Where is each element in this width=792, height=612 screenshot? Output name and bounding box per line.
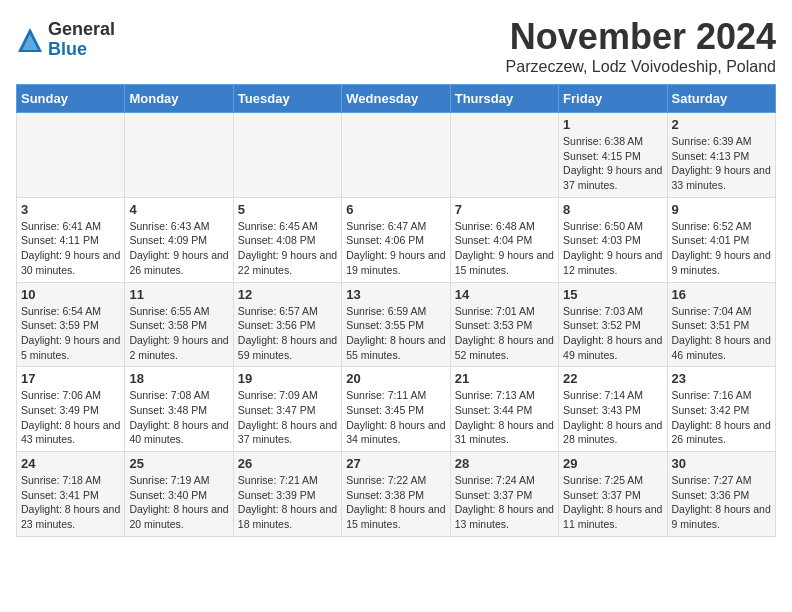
day-cell: 22Sunrise: 7:14 AM Sunset: 3:43 PM Dayli… [559,367,667,452]
day-cell: 20Sunrise: 7:11 AM Sunset: 3:45 PM Dayli… [342,367,450,452]
day-cell: 8Sunrise: 6:50 AM Sunset: 4:03 PM Daylig… [559,197,667,282]
day-number: 28 [455,456,554,471]
day-info: Sunrise: 7:11 AM Sunset: 3:45 PM Dayligh… [346,388,445,447]
header-sunday: Sunday [17,85,125,113]
location-subtitle: Parzeczew, Lodz Voivodeship, Poland [506,58,776,76]
day-number: 19 [238,371,337,386]
day-cell: 1Sunrise: 6:38 AM Sunset: 4:15 PM Daylig… [559,113,667,198]
day-info: Sunrise: 6:38 AM Sunset: 4:15 PM Dayligh… [563,134,662,193]
day-cell: 14Sunrise: 7:01 AM Sunset: 3:53 PM Dayli… [450,282,558,367]
day-info: Sunrise: 6:41 AM Sunset: 4:11 PM Dayligh… [21,219,120,278]
month-title: November 2024 [506,16,776,58]
day-cell: 13Sunrise: 6:59 AM Sunset: 3:55 PM Dayli… [342,282,450,367]
week-row-3: 10Sunrise: 6:54 AM Sunset: 3:59 PM Dayli… [17,282,776,367]
day-number: 18 [129,371,228,386]
day-cell: 21Sunrise: 7:13 AM Sunset: 3:44 PM Dayli… [450,367,558,452]
day-number: 29 [563,456,662,471]
day-cell: 17Sunrise: 7:06 AM Sunset: 3:49 PM Dayli… [17,367,125,452]
day-cell: 24Sunrise: 7:18 AM Sunset: 3:41 PM Dayli… [17,452,125,537]
day-info: Sunrise: 7:21 AM Sunset: 3:39 PM Dayligh… [238,473,337,532]
day-cell: 12Sunrise: 6:57 AM Sunset: 3:56 PM Dayli… [233,282,341,367]
day-cell: 5Sunrise: 6:45 AM Sunset: 4:08 PM Daylig… [233,197,341,282]
day-info: Sunrise: 7:25 AM Sunset: 3:37 PM Dayligh… [563,473,662,532]
day-info: Sunrise: 6:55 AM Sunset: 3:58 PM Dayligh… [129,304,228,363]
day-number: 26 [238,456,337,471]
day-cell: 28Sunrise: 7:24 AM Sunset: 3:37 PM Dayli… [450,452,558,537]
day-cell: 29Sunrise: 7:25 AM Sunset: 3:37 PM Dayli… [559,452,667,537]
day-number: 22 [563,371,662,386]
day-info: Sunrise: 7:18 AM Sunset: 3:41 PM Dayligh… [21,473,120,532]
day-cell: 7Sunrise: 6:48 AM Sunset: 4:04 PM Daylig… [450,197,558,282]
day-cell: 30Sunrise: 7:27 AM Sunset: 3:36 PM Dayli… [667,452,775,537]
day-info: Sunrise: 7:08 AM Sunset: 3:48 PM Dayligh… [129,388,228,447]
calendar-table: SundayMondayTuesdayWednesdayThursdayFrid… [16,84,776,537]
day-cell [125,113,233,198]
day-info: Sunrise: 7:04 AM Sunset: 3:51 PM Dayligh… [672,304,771,363]
day-info: Sunrise: 6:48 AM Sunset: 4:04 PM Dayligh… [455,219,554,278]
day-number: 27 [346,456,445,471]
day-cell: 16Sunrise: 7:04 AM Sunset: 3:51 PM Dayli… [667,282,775,367]
day-info: Sunrise: 7:13 AM Sunset: 3:44 PM Dayligh… [455,388,554,447]
day-cell: 27Sunrise: 7:22 AM Sunset: 3:38 PM Dayli… [342,452,450,537]
day-number: 6 [346,202,445,217]
day-number: 30 [672,456,771,471]
day-cell: 6Sunrise: 6:47 AM Sunset: 4:06 PM Daylig… [342,197,450,282]
day-cell: 10Sunrise: 6:54 AM Sunset: 3:59 PM Dayli… [17,282,125,367]
day-cell: 3Sunrise: 6:41 AM Sunset: 4:11 PM Daylig… [17,197,125,282]
day-number: 5 [238,202,337,217]
week-row-2: 3Sunrise: 6:41 AM Sunset: 4:11 PM Daylig… [17,197,776,282]
day-cell [17,113,125,198]
day-cell: 9Sunrise: 6:52 AM Sunset: 4:01 PM Daylig… [667,197,775,282]
day-number: 16 [672,287,771,302]
week-row-1: 1Sunrise: 6:38 AM Sunset: 4:15 PM Daylig… [17,113,776,198]
day-cell: 26Sunrise: 7:21 AM Sunset: 3:39 PM Dayli… [233,452,341,537]
header-monday: Monday [125,85,233,113]
day-info: Sunrise: 7:06 AM Sunset: 3:49 PM Dayligh… [21,388,120,447]
day-info: Sunrise: 6:57 AM Sunset: 3:56 PM Dayligh… [238,304,337,363]
day-info: Sunrise: 6:52 AM Sunset: 4:01 PM Dayligh… [672,219,771,278]
day-number: 25 [129,456,228,471]
day-info: Sunrise: 6:43 AM Sunset: 4:09 PM Dayligh… [129,219,228,278]
day-info: Sunrise: 7:14 AM Sunset: 3:43 PM Dayligh… [563,388,662,447]
day-cell: 23Sunrise: 7:16 AM Sunset: 3:42 PM Dayli… [667,367,775,452]
day-number: 1 [563,117,662,132]
day-number: 13 [346,287,445,302]
day-number: 3 [21,202,120,217]
day-number: 11 [129,287,228,302]
day-number: 23 [672,371,771,386]
logo-blue-text: Blue [48,39,87,59]
day-cell: 25Sunrise: 7:19 AM Sunset: 3:40 PM Dayli… [125,452,233,537]
header-friday: Friday [559,85,667,113]
header-saturday: Saturday [667,85,775,113]
day-info: Sunrise: 7:24 AM Sunset: 3:37 PM Dayligh… [455,473,554,532]
day-info: Sunrise: 7:19 AM Sunset: 3:40 PM Dayligh… [129,473,228,532]
header-wednesday: Wednesday [342,85,450,113]
day-cell: 19Sunrise: 7:09 AM Sunset: 3:47 PM Dayli… [233,367,341,452]
day-info: Sunrise: 7:27 AM Sunset: 3:36 PM Dayligh… [672,473,771,532]
day-number: 20 [346,371,445,386]
day-cell: 11Sunrise: 6:55 AM Sunset: 3:58 PM Dayli… [125,282,233,367]
day-info: Sunrise: 6:47 AM Sunset: 4:06 PM Dayligh… [346,219,445,278]
logo-icon [16,26,44,54]
header-thursday: Thursday [450,85,558,113]
day-number: 12 [238,287,337,302]
logo: General Blue [16,20,115,60]
week-row-5: 24Sunrise: 7:18 AM Sunset: 3:41 PM Dayli… [17,452,776,537]
day-number: 10 [21,287,120,302]
day-number: 7 [455,202,554,217]
day-info: Sunrise: 7:09 AM Sunset: 3:47 PM Dayligh… [238,388,337,447]
calendar-header-row: SundayMondayTuesdayWednesdayThursdayFrid… [17,85,776,113]
day-number: 9 [672,202,771,217]
day-number: 14 [455,287,554,302]
day-number: 24 [21,456,120,471]
day-cell: 4Sunrise: 6:43 AM Sunset: 4:09 PM Daylig… [125,197,233,282]
day-info: Sunrise: 7:16 AM Sunset: 3:42 PM Dayligh… [672,388,771,447]
day-number: 15 [563,287,662,302]
day-info: Sunrise: 6:39 AM Sunset: 4:13 PM Dayligh… [672,134,771,193]
day-cell: 15Sunrise: 7:03 AM Sunset: 3:52 PM Dayli… [559,282,667,367]
day-info: Sunrise: 7:01 AM Sunset: 3:53 PM Dayligh… [455,304,554,363]
day-info: Sunrise: 6:59 AM Sunset: 3:55 PM Dayligh… [346,304,445,363]
day-cell [342,113,450,198]
header-tuesday: Tuesday [233,85,341,113]
day-number: 17 [21,371,120,386]
